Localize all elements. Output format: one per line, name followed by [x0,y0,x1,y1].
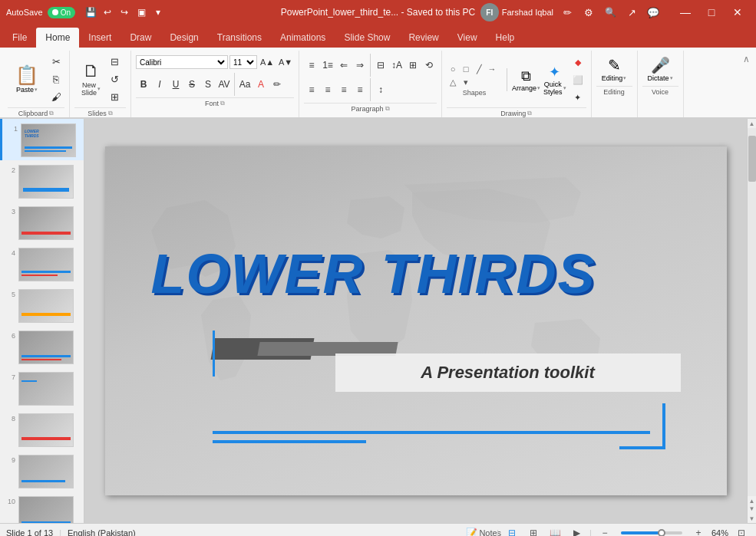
increase-font-button[interactable]: A▲ [259,54,276,71]
slide-thumb-4[interactable]: 4 [0,243,84,284]
numbering-button[interactable]: 1≡ [320,58,335,73]
scroll-up-arrow[interactable]: ▲ [748,119,757,128]
close-button[interactable]: ✕ [725,0,750,25]
shape-rect[interactable]: □ [460,63,472,75]
main-slide-title[interactable]: LOWER THIRDS [151,246,596,301]
slide-thumb-1[interactable]: 1 LOWERTHIRDS [0,119,84,160]
comments-button[interactable]: 💬 [645,5,661,20]
tab-slideshow[interactable]: Slide Show [335,28,399,48]
editing-button[interactable]: ✎ Editing ▾ [597,54,632,84]
shape-triangle[interactable]: △ [447,76,459,88]
present-button[interactable]: ▣ [134,5,149,20]
decrease-indent-button[interactable]: ⇐ [336,58,352,73]
scroll-thumb[interactable] [748,136,756,182]
cut-button[interactable]: ✂ [48,53,64,70]
minimize-button[interactable]: — [673,0,698,25]
autosave-toggle[interactable]: On [48,7,75,18]
italic-button[interactable]: I [152,77,167,92]
font-name-select[interactable]: Calibri [136,55,228,69]
notes-button[interactable]: 📝 Notes [475,526,492,537]
column-button[interactable]: ⊟ [373,58,388,73]
scroll-down-arrow[interactable]: ▼ [748,514,757,523]
shape-effects-button[interactable]: ✦ [569,89,586,106]
align-left-button[interactable]: ≡ [304,82,319,97]
scroll-extra-up[interactable]: ▲ [749,498,755,505]
tab-help[interactable]: Help [487,28,524,48]
ribbon-collapse-button[interactable]: ∧ [740,52,753,66]
slide-thumb-5[interactable]: 5 [0,284,84,326]
reading-view-button[interactable]: 📖 [546,526,563,537]
section-button[interactable]: ⊞ [107,88,124,105]
customize-qa-button[interactable]: ▾ [150,5,166,20]
search-titlebar-button[interactable]: 🔍 [602,5,618,20]
tab-insert[interactable]: Insert [79,28,120,48]
bullets-button[interactable]: ≡ [304,58,319,73]
align-text-button[interactable]: ⊞ [405,58,421,73]
shape-arrow[interactable]: → [486,63,498,75]
increase-indent-button[interactable]: ⇒ [352,58,368,73]
redo-button[interactable]: ↪ [117,5,132,20]
shape-outline-button[interactable]: ⬜ [569,71,586,88]
format-painter-button[interactable]: 🖌 [48,88,64,105]
line-spacing-button[interactable]: ↕ [373,82,388,97]
reset-button[interactable]: ↺ [107,71,124,87]
drawing-expand[interactable]: ⧉ [527,110,532,117]
zoom-slider[interactable] [621,531,682,534]
pen-icon-button[interactable]: ✏ [560,5,575,20]
new-slide-button[interactable]: 🗋 NewSlide ▾ [78,59,105,99]
change-case-button[interactable]: Aa [237,77,253,92]
para-expand[interactable]: ⧉ [385,105,390,113]
paste-button[interactable]: 📋 Paste ▾ [8,62,46,96]
strikethrough-button[interactable]: S [184,77,200,92]
fit-slide-button[interactable]: ⊡ [733,526,750,537]
zoom-thumb[interactable] [658,529,665,537]
slide-thumb-3[interactable]: 3 [0,202,84,243]
convert-smartart-button[interactable]: ⟲ [421,58,437,73]
tab-file[interactable]: File [3,28,36,48]
slides-expand[interactable]: ⧉ [108,110,113,117]
align-center-button[interactable]: ≡ [320,82,335,97]
tab-animations[interactable]: Animations [271,28,335,48]
slide-sorter-button[interactable]: ⊞ [525,526,542,537]
tab-review[interactable]: Review [399,28,447,48]
slide-thumb-10[interactable]: 10 [0,492,84,523]
highlight-button[interactable]: ✏ [269,77,285,92]
shape-oval[interactable]: ○ [447,63,459,75]
tab-home[interactable]: Home [36,28,79,48]
undo-button[interactable]: ↩ [100,5,115,20]
maximize-button[interactable]: □ [699,0,724,25]
font-size-select[interactable]: 11 [229,55,257,69]
layout-button[interactable]: ⊟ [107,53,124,70]
shape-line[interactable]: ╱ [473,63,485,75]
subtitle-box[interactable]: A Presentation toolkit [335,353,681,392]
shape-more[interactable]: ▾ [460,76,472,88]
tab-design[interactable]: Design [160,28,207,48]
settings-icon-button[interactable]: ⚙ [581,5,596,20]
underline-button[interactable]: U [168,77,183,92]
slideshow-view-button[interactable]: ▶ [568,526,585,537]
justify-button[interactable]: ≡ [352,82,368,97]
copy-button[interactable]: ⎘ [48,71,64,87]
tab-transitions[interactable]: Transitions [208,28,271,48]
tab-view[interactable]: View [448,28,487,48]
char-spacing-button[interactable]: AV [216,77,232,92]
decrease-font-button[interactable]: A▼ [277,54,294,71]
zoom-out-button[interactable]: − [596,526,613,537]
slide-panel[interactable]: 1 LOWERTHIRDS 2 3 4 [0,119,84,523]
slide-thumb-6[interactable]: 6 [0,326,84,367]
tab-draw[interactable]: Draw [120,28,160,48]
bold-button[interactable]: B [136,77,151,92]
zoom-in-button[interactable]: + [690,526,707,537]
font-color-button[interactable]: A [253,77,269,92]
save-button[interactable]: 💾 [83,5,98,20]
text-direction-button[interactable]: ↕A [389,58,404,73]
slide-thumb-2[interactable]: 2 [0,160,84,202]
clipboard-expand[interactable]: ⧉ [49,110,54,117]
slide-thumb-8[interactable]: 8 [0,409,84,450]
shadow-button[interactable]: S [200,77,216,92]
slide-thumb-7[interactable]: 7 [0,367,84,409]
scroll-extra-down[interactable]: ▼ [749,505,755,512]
shape-fill-button[interactable]: ◆ [569,54,586,71]
font-expand[interactable]: ⧉ [220,100,225,107]
share-button[interactable]: ↗ [624,5,639,20]
